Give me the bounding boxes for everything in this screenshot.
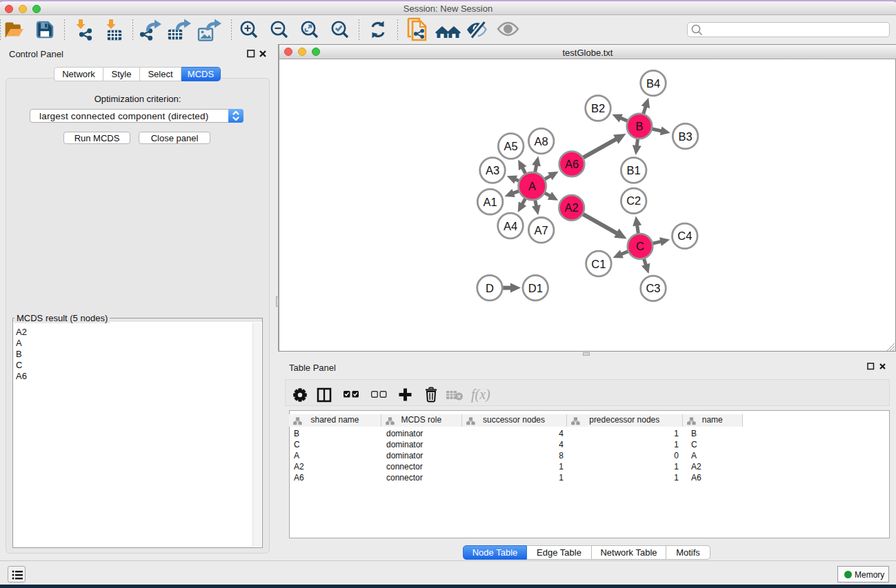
svg-text:B2: B2: [591, 102, 605, 114]
svg-text:B1: B1: [627, 164, 641, 176]
svg-text:B4: B4: [646, 77, 660, 90]
svg-text:A2: A2: [565, 201, 579, 214]
svg-text:A1: A1: [484, 196, 497, 208]
svg-text:A7: A7: [535, 224, 548, 236]
svg-text:A8: A8: [535, 135, 548, 148]
svg-text:A3: A3: [486, 164, 499, 176]
svg-text:D1: D1: [528, 282, 543, 294]
svg-text:D: D: [486, 282, 494, 294]
svg-text:A6: A6: [565, 158, 579, 170]
svg-text:C: C: [636, 240, 644, 252]
svg-text:B: B: [635, 120, 643, 132]
svg-text:A4: A4: [504, 220, 517, 232]
svg-text:C2: C2: [626, 194, 641, 207]
svg-text:A5: A5: [504, 140, 518, 152]
svg-text:C4: C4: [677, 230, 692, 242]
svg-text:B3: B3: [679, 130, 693, 143]
svg-text:C1: C1: [591, 258, 606, 270]
svg-text:A: A: [528, 180, 536, 192]
svg-text:C3: C3: [646, 282, 660, 294]
